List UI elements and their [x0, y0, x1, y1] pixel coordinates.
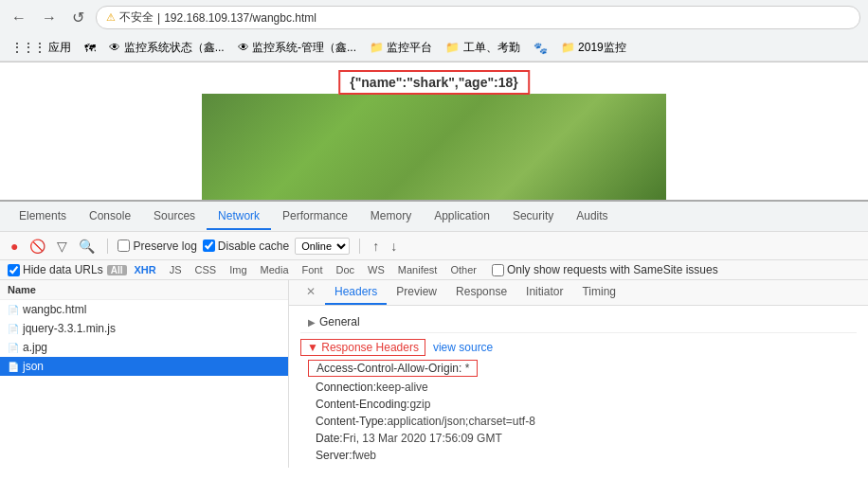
detail-tab-headers[interactable]: Headers — [325, 280, 387, 305]
apps-button[interactable]: ⋮⋮⋮ 应用 — [8, 38, 75, 58]
tab-security[interactable]: Security — [501, 204, 565, 230]
file-item-json[interactable]: 📄 json — [0, 357, 288, 376]
access-control-header: Access-Control-Allow-Origin: * — [308, 360, 478, 377]
filter-type-other[interactable]: Other — [446, 263, 480, 276]
security-icon: ⚠ — [106, 11, 116, 24]
tab-network[interactable]: Network — [207, 204, 271, 230]
general-label: General — [319, 315, 360, 328]
address-bar[interactable]: ⚠ 不安全 | 192.168.109.137/wangbc.html — [96, 6, 860, 29]
detail-tab-response[interactable]: Response — [446, 280, 516, 305]
detail-panel: ✕ Headers Preview Response Initiator Tim… — [289, 280, 868, 468]
filter-type-media[interactable]: Media — [257, 263, 293, 276]
all-badge: All — [107, 265, 127, 275]
filter-type-doc[interactable]: Doc — [333, 263, 359, 276]
file-icon: 📄 — [8, 343, 19, 353]
filter-type-manifest[interactable]: Manifest — [394, 263, 442, 276]
header-value: Fri, 13 Mar 2020 17:56:09 GMT — [343, 432, 502, 445]
header-content-encoding: Content-Encoding: gzip — [300, 396, 857, 413]
file-list: Name 📄 wangbc.html 📄 jquery-3.3.1.min.js… — [0, 280, 289, 468]
header-name: Date: — [316, 432, 343, 445]
header-name: Content-Type: — [316, 415, 387, 428]
preserve-log-label[interactable]: Preserve log — [118, 240, 196, 253]
network-toolbar: ● 🚫 ▽ 🔍 Preserve log Disable cache Onlin… — [0, 232, 868, 260]
bookmark-maps[interactable]: 🗺 — [81, 40, 99, 57]
general-section-header[interactable]: ▶ General — [300, 311, 857, 333]
filter-type-css[interactable]: CSS — [191, 263, 221, 276]
filter-toggle-button[interactable]: ▽ — [54, 238, 70, 255]
filter-type-img[interactable]: Img — [226, 263, 250, 276]
access-control-name: Access-Control-Allow-Origin: — [316, 362, 465, 375]
bookmark-2019[interactable]: 📁 2019监控 — [557, 38, 630, 58]
bookmark-monitor-manage[interactable]: 👁 监控系统-管理（鑫... — [234, 38, 360, 58]
forward-button[interactable]: → — [38, 8, 61, 28]
export-button[interactable]: ↓ — [388, 238, 400, 255]
header-date: Date: Fri, 13 Mar 2020 17:56:09 GMT — [300, 430, 857, 447]
reload-button[interactable]: ↺ — [68, 7, 88, 28]
page-image — [202, 94, 666, 200]
view-source-link[interactable]: view source — [433, 341, 493, 354]
devtools-panel: Elements Console Sources Network Perform… — [0, 200, 868, 468]
page-content: {"name":"shark","age":18} — [0, 62, 868, 200]
file-icon: 📄 — [8, 305, 19, 315]
response-headers-section: ▼ Response Headers view source Access-Co… — [300, 337, 857, 464]
access-control-value: * — [465, 362, 470, 375]
header-value: gzip — [409, 398, 430, 411]
tab-memory[interactable]: Memory — [359, 204, 423, 230]
detail-tab-preview[interactable]: Preview — [387, 280, 446, 305]
header-content-type: Content-Type: application/json;charset=u… — [300, 413, 857, 430]
samesite-label[interactable]: Only show requests with SameSite issues — [492, 263, 718, 276]
disable-cache-checkbox[interactable] — [203, 240, 215, 252]
search-button[interactable]: 🔍 — [76, 238, 98, 255]
main-panel: Name 📄 wangbc.html 📄 jquery-3.3.1.min.js… — [0, 280, 868, 468]
tab-performance[interactable]: Performance — [271, 204, 359, 230]
back-button[interactable]: ← — [8, 8, 30, 28]
bookmark-paw[interactable]: 🐾 — [530, 40, 552, 57]
filter-types: XHR JS CSS Img Media Font Doc WS Manifes… — [131, 263, 480, 276]
header-name: Server: — [316, 449, 353, 462]
file-item-ajpg[interactable]: 📄 a.jpg — [0, 338, 288, 357]
tab-elements[interactable]: Elements — [8, 204, 78, 230]
file-name: a.jpg — [23, 341, 47, 354]
import-button[interactable]: ↑ — [370, 238, 382, 255]
detail-tab-close[interactable]: ✕ — [297, 280, 325, 305]
tab-console[interactable]: Console — [78, 204, 142, 230]
json-output: {"name":"shark","age":18} — [338, 70, 530, 95]
detail-tab-initiator[interactable]: Initiator — [516, 280, 572, 305]
response-headers-toggle[interactable]: ▼ Response Headers — [300, 339, 425, 356]
filter-type-xhr[interactable]: XHR — [131, 263, 160, 276]
throttle-select[interactable]: Online — [295, 238, 350, 255]
header-name: Content-Encoding: — [316, 398, 409, 411]
tab-application[interactable]: Application — [423, 204, 501, 230]
hide-data-urls-checkbox[interactable] — [8, 264, 20, 276]
detail-tab-timing[interactable]: Timing — [572, 280, 625, 305]
response-headers-row: ▼ Response Headers view source — [300, 337, 857, 358]
filter-type-js[interactable]: JS — [166, 263, 186, 276]
filter-bar: Hide data URLs All XHR JS CSS Img Media … — [0, 260, 868, 280]
record-button[interactable]: ● — [8, 238, 21, 255]
bookmark-monitor-status[interactable]: 👁 监控系统状态（鑫... — [105, 38, 227, 58]
access-control-row: Access-Control-Allow-Origin: * — [300, 358, 857, 379]
file-item-jquery[interactable]: 📄 jquery-3.3.1.min.js — [0, 319, 288, 338]
header-value: keep-alive — [376, 381, 428, 394]
tab-audits[interactable]: Audits — [565, 204, 619, 230]
separator — [107, 239, 108, 254]
tab-sources[interactable]: Sources — [142, 204, 207, 230]
header-server: Server: fweb — [300, 447, 857, 464]
file-name: json — [23, 360, 44, 373]
header-value: fweb — [353, 449, 376, 462]
hide-data-urls-label[interactable]: Hide data URLs — [8, 263, 103, 276]
file-item-wangbc[interactable]: 📄 wangbc.html — [0, 300, 288, 319]
clear-button[interactable]: 🚫 — [27, 238, 48, 255]
header-connection: Connection: keep-alive — [300, 379, 857, 396]
samesite-checkbox[interactable] — [492, 264, 504, 276]
separator2 — [359, 239, 360, 254]
filter-type-ws[interactable]: WS — [364, 263, 389, 276]
bookmark-workorder[interactable]: 📁 工单、考勤 — [442, 38, 523, 58]
disable-cache-label[interactable]: Disable cache — [203, 240, 289, 253]
preserve-log-checkbox[interactable] — [118, 240, 130, 252]
address-security-label: 不安全 — [119, 9, 154, 26]
filter-type-font[interactable]: Font — [298, 263, 327, 276]
bookmark-monitor-platform[interactable]: 📁 监控平台 — [366, 38, 436, 58]
bookmarks-bar: ⋮⋮⋮ 应用 🗺 👁 监控系统状态（鑫... 👁 监控系统-管理（鑫... 📁 … — [0, 35, 868, 62]
browser-chrome: ← → ↺ ⚠ 不安全 | 192.168.109.137/wangbc.htm… — [0, 0, 868, 62]
